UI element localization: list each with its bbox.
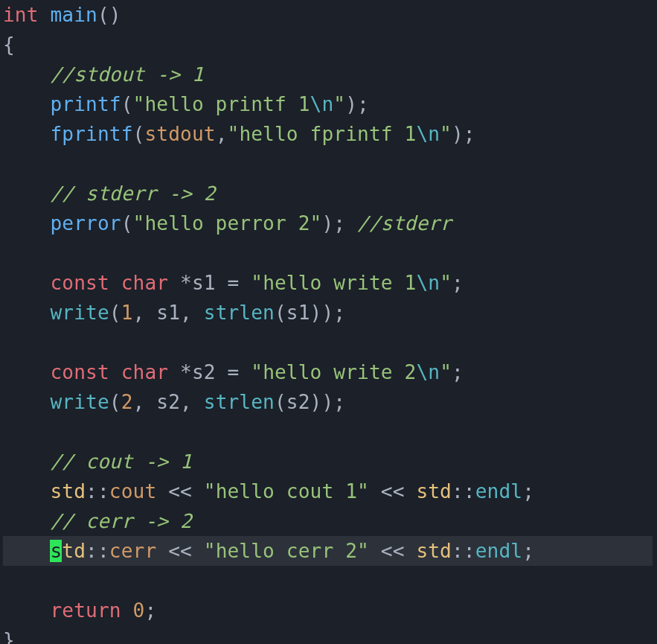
ns-std: std <box>416 540 452 562</box>
comment: //stderr <box>357 212 452 235</box>
code-line: return 0; <box>3 599 156 622</box>
fn-strlen: strlen <box>204 391 275 413</box>
parens: () <box>97 4 121 26</box>
paren-close: ); <box>452 123 475 145</box>
keyword-return: return <box>50 599 121 622</box>
fn-write: write <box>50 391 109 413</box>
var-s2: s2 <box>286 391 310 413</box>
keyword-const: const <box>50 272 109 294</box>
string-text: hello write 1 <box>263 272 416 294</box>
comma: , <box>180 302 204 324</box>
code-line: // cerr -> 2 <box>3 510 192 532</box>
semicolon: ; <box>452 361 464 383</box>
string-quote: " <box>440 361 452 383</box>
ns-std: std <box>50 480 86 503</box>
current-line: std::cerr << "hello cerr 2" << std::endl… <box>3 536 653 566</box>
string-text: hello cout 1 <box>216 480 357 503</box>
code-line: { <box>3 34 15 56</box>
paren-open: ( <box>121 212 133 235</box>
string-quote: " <box>333 93 345 115</box>
function-main: main <box>50 4 97 26</box>
blank-line <box>3 421 15 443</box>
escape-seq: \n <box>416 123 440 145</box>
comma: , <box>180 391 204 413</box>
cursor: s <box>50 540 62 562</box>
code-line: write(2, s2, strlen(s2)); <box>3 391 345 413</box>
semicolon: ; <box>522 540 534 562</box>
var-s2: s2 <box>192 361 216 383</box>
fn-perror: perror <box>50 212 121 235</box>
string-quote: " <box>440 123 452 145</box>
paren-open: ( <box>275 302 286 324</box>
fn-write: write <box>50 302 109 324</box>
semicolon: ; <box>144 599 156 622</box>
keyword-int: int <box>3 4 39 26</box>
scope: :: <box>86 540 109 562</box>
string-quote: " <box>251 361 263 383</box>
paren-open: ( <box>275 391 286 413</box>
paren-close: )); <box>310 302 346 324</box>
var-s1: s1 <box>286 302 310 324</box>
comma: , <box>133 302 157 324</box>
semicolon: ; <box>522 480 534 503</box>
code-line: // stderr -> 2 <box>3 182 216 205</box>
string-text: hello write 2 <box>263 361 416 383</box>
blank-line <box>3 570 15 592</box>
brace-close: } <box>3 629 15 644</box>
code-line: perror("hello perror 2"); //stderr <box>3 212 452 235</box>
paren-close: ); <box>321 212 345 235</box>
code-line: } <box>3 629 15 644</box>
brace-open: { <box>3 34 15 56</box>
stream-op: << <box>369 540 416 562</box>
scope: :: <box>452 480 475 503</box>
code-editor[interactable]: int main() { //stdout -> 1 printf("hello… <box>0 0 657 644</box>
code-line: //stdout -> 1 <box>3 63 204 86</box>
comment: // cout -> 1 <box>50 450 191 473</box>
endl: endl <box>475 540 522 562</box>
string-quote: " <box>133 93 145 115</box>
blank-line <box>3 242 15 264</box>
fn-strlen: strlen <box>204 302 275 324</box>
var-s1: s1 <box>192 272 216 294</box>
endl: endl <box>475 480 522 503</box>
stream-op: << <box>156 540 203 562</box>
escape-seq: \n <box>416 361 440 383</box>
cerr: cerr <box>109 540 156 562</box>
stream-op: << <box>156 480 203 503</box>
string-text: hello perror 2 <box>144 212 310 235</box>
var-s1: s1 <box>156 302 180 324</box>
string-quote: " <box>310 212 322 235</box>
scope: :: <box>452 540 475 562</box>
paren-open: ( <box>133 123 145 145</box>
string-quote: " <box>357 540 369 562</box>
blank-line <box>3 331 15 354</box>
paren-open: ( <box>109 391 121 413</box>
comma: , <box>216 123 228 145</box>
comment: // stderr -> 2 <box>50 182 215 205</box>
ns-std: std <box>416 480 452 503</box>
string-quote: " <box>204 480 216 503</box>
string-quote: " <box>440 272 452 294</box>
string-quote: " <box>357 480 369 503</box>
paren-open: ( <box>109 302 121 324</box>
string-quote: " <box>228 123 240 145</box>
paren-open: ( <box>121 93 133 115</box>
string-text: hello fprintf 1 <box>239 123 416 145</box>
comma: , <box>133 391 157 413</box>
equals: = <box>216 361 251 383</box>
var-s2: s2 <box>156 391 180 413</box>
code-line: // cout -> 1 <box>3 450 192 473</box>
number: 1 <box>121 302 133 324</box>
code-line: const char *s1 = "hello write 1\n"; <box>3 272 464 294</box>
keyword-char: char <box>121 272 168 294</box>
string-text: hello printf 1 <box>144 93 310 115</box>
space <box>345 212 357 235</box>
space <box>121 599 133 622</box>
comment: // cerr -> 2 <box>50 510 191 532</box>
blank-line <box>3 153 15 175</box>
cout: cout <box>109 480 156 503</box>
code-line: printf("hello printf 1\n"); <box>3 93 369 115</box>
escape-seq: \n <box>416 272 440 294</box>
stream-op: << <box>369 480 416 503</box>
star: * <box>180 361 192 383</box>
